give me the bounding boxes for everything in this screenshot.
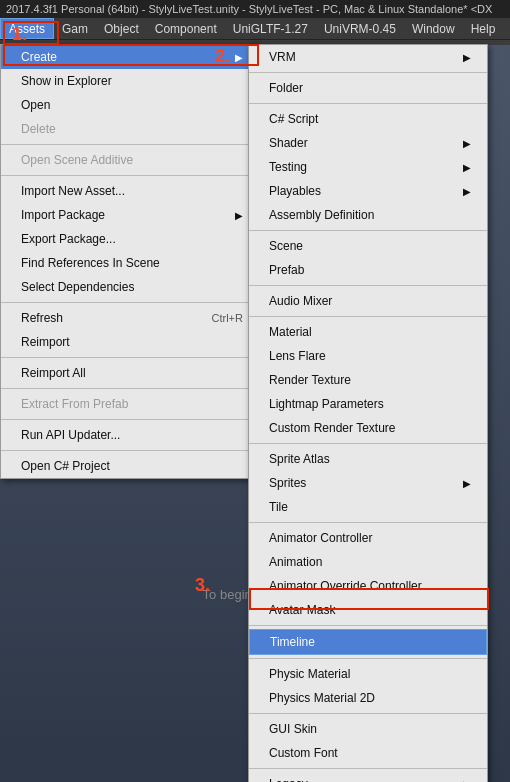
menu-reimport-all[interactable]: Reimport All xyxy=(1,361,259,385)
testing-arrow: ▶ xyxy=(463,160,471,175)
testing-label: Testing xyxy=(269,158,307,176)
menu-open-csharp-project[interactable]: Open C# Project xyxy=(1,454,259,478)
menu-playables[interactable]: Playables ▶ xyxy=(249,179,487,203)
menu-animator-override-controller[interactable]: Animator Override Controller xyxy=(249,574,487,598)
menu-physics-material-2d[interactable]: Physics Material 2D xyxy=(249,686,487,710)
rsep-11 xyxy=(249,768,487,769)
menu-shader[interactable]: Shader ▶ xyxy=(249,131,487,155)
menu-sprites[interactable]: Sprites ▶ xyxy=(249,471,487,495)
menu-run-api-updater[interactable]: Run API Updater... xyxy=(1,423,259,447)
menu-show-in-explorer[interactable]: Show in Explorer xyxy=(1,69,259,93)
menu-custom-font[interactable]: Custom Font xyxy=(249,741,487,765)
menu-csharp-script[interactable]: C# Script xyxy=(249,107,487,131)
sep-2 xyxy=(1,175,259,176)
sep-4 xyxy=(1,357,259,358)
assets-dropdown-menu: Create ▶ Show in Explorer Open Delete Op… xyxy=(0,44,260,479)
menu-object[interactable]: Object xyxy=(96,18,147,39)
create-arrow: ▶ xyxy=(235,50,243,65)
vrm-label: VRM xyxy=(269,48,296,66)
menu-export-package[interactable]: Export Package... xyxy=(1,227,259,251)
rsep-6 xyxy=(249,443,487,444)
title-text: 2017.4.3f1 Personal (64bit) - StylyLiveT… xyxy=(6,3,492,15)
menu-import-package[interactable]: Import Package ▶ xyxy=(1,203,259,227)
menu-assembly-definition[interactable]: Assembly Definition xyxy=(249,203,487,227)
sprites-arrow: ▶ xyxy=(463,476,471,491)
menu-window[interactable]: Window xyxy=(404,18,463,39)
sep-6 xyxy=(1,419,259,420)
menu-material[interactable]: Material xyxy=(249,320,487,344)
menu-bar: Assets Gam Object Component UniGLTF-1.27… xyxy=(0,18,510,40)
step-3-label: 3. xyxy=(195,575,210,596)
menu-select-dependencies[interactable]: Select Dependencies xyxy=(1,275,259,299)
menu-gameobject-partial[interactable]: Gam xyxy=(54,18,96,39)
menu-legacy[interactable]: Legacy ▶ xyxy=(249,772,487,782)
step-2-label: 2. xyxy=(215,46,230,67)
menu-refresh[interactable]: Refresh Ctrl+R xyxy=(1,306,259,330)
menu-delete: Delete xyxy=(1,117,259,141)
rsep-2 xyxy=(249,103,487,104)
menu-import-new-asset[interactable]: Import New Asset... xyxy=(1,179,259,203)
rsep-8 xyxy=(249,625,487,626)
import-package-arrow: ▶ xyxy=(235,208,243,223)
menu-component[interactable]: Component xyxy=(147,18,225,39)
menu-avatar-mask[interactable]: Avatar Mask xyxy=(249,598,487,622)
menu-univrm[interactable]: UniVRM-0.45 xyxy=(316,18,404,39)
rsep-5 xyxy=(249,316,487,317)
menu-audio-mixer[interactable]: Audio Mixer xyxy=(249,289,487,313)
title-bar: 2017.4.3f1 Personal (64bit) - StylyLiveT… xyxy=(0,0,510,18)
menu-vrm[interactable]: VRM ▶ xyxy=(249,45,487,69)
dropdown-container: Create ▶ Show in Explorer Open Delete Op… xyxy=(0,44,260,479)
shader-arrow: ▶ xyxy=(463,136,471,151)
menu-reimport[interactable]: Reimport xyxy=(1,330,259,354)
menu-open-scene-additive: Open Scene Additive xyxy=(1,148,259,172)
playables-arrow: ▶ xyxy=(463,184,471,199)
menu-scene[interactable]: Scene xyxy=(249,234,487,258)
rsep-1 xyxy=(249,72,487,73)
refresh-label: Refresh xyxy=(21,309,63,327)
menu-open[interactable]: Open xyxy=(1,93,259,117)
menu-prefab[interactable]: Prefab xyxy=(249,258,487,282)
menu-extract-from-prefab: Extract From Prefab xyxy=(1,392,259,416)
menu-animation[interactable]: Animation xyxy=(249,550,487,574)
rsep-7 xyxy=(249,522,487,523)
refresh-shortcut: Ctrl+R xyxy=(212,310,243,327)
menu-render-texture[interactable]: Render Texture xyxy=(249,368,487,392)
playables-label: Playables xyxy=(269,182,321,200)
vrm-arrow: ▶ xyxy=(463,50,471,65)
create-submenu: VRM ▶ Folder C# Script Shader ▶ Testing … xyxy=(248,44,488,782)
menu-help[interactable]: Help xyxy=(463,18,504,39)
menu-folder[interactable]: Folder xyxy=(249,76,487,100)
legacy-arrow: ▶ xyxy=(463,777,471,783)
menu-custom-render-texture[interactable]: Custom Render Texture xyxy=(249,416,487,440)
sep-1 xyxy=(1,144,259,145)
menu-lightmap-parameters[interactable]: Lightmap Parameters xyxy=(249,392,487,416)
step-1-label: 1. xyxy=(12,24,27,45)
menu-sprite-atlas[interactable]: Sprite Atlas xyxy=(249,447,487,471)
legacy-label: Legacy xyxy=(269,775,308,782)
sep-3 xyxy=(1,302,259,303)
menu-gui-skin[interactable]: GUI Skin xyxy=(249,717,487,741)
menu-tile[interactable]: Tile xyxy=(249,495,487,519)
rsep-10 xyxy=(249,713,487,714)
menu-physic-material[interactable]: Physic Material xyxy=(249,662,487,686)
sep-7 xyxy=(1,450,259,451)
sep-5 xyxy=(1,388,259,389)
rsep-3 xyxy=(249,230,487,231)
sprites-label: Sprites xyxy=(269,474,306,492)
shader-label: Shader xyxy=(269,134,308,152)
menu-lens-flare[interactable]: Lens Flare xyxy=(249,344,487,368)
create-label: Create xyxy=(21,48,57,66)
import-package-label: Import Package xyxy=(21,206,105,224)
menu-find-references[interactable]: Find References In Scene xyxy=(1,251,259,275)
rsep-9 xyxy=(249,658,487,659)
menu-unigltf[interactable]: UniGLTF-1.27 xyxy=(225,18,316,39)
rsep-4 xyxy=(249,285,487,286)
menu-timeline[interactable]: Timeline xyxy=(249,629,487,655)
menu-testing[interactable]: Testing ▶ xyxy=(249,155,487,179)
menu-animator-controller[interactable]: Animator Controller xyxy=(249,526,487,550)
